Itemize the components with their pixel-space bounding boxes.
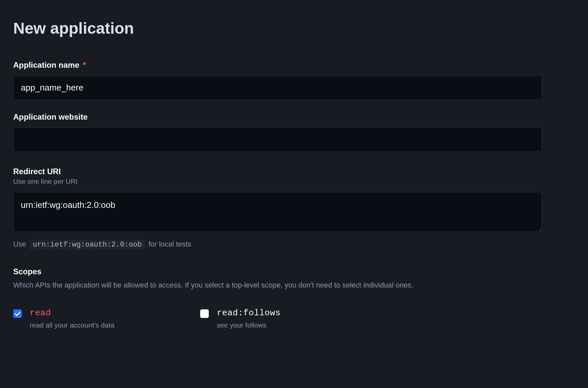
application-name-label-text: Application name <box>13 60 79 69</box>
scopes-grid: read read all your account's data read:f… <box>13 308 575 329</box>
application-name-input[interactable] <box>13 76 542 100</box>
redirect-uri-helper-suffix: for local tests <box>148 240 191 248</box>
application-name-group: Application name * <box>13 60 575 100</box>
scope-checkbox-read[interactable] <box>13 309 22 318</box>
redirect-uri-helper: Use urn:ietf:wg:oauth:2.0:oob for local … <box>13 240 575 250</box>
scopes-description: Which APIs the application will be allow… <box>13 281 575 290</box>
redirect-uri-label: Redirect URI <box>13 167 575 176</box>
scope-desc-read: read all your account's data <box>30 321 114 329</box>
scope-desc-read-follows: see your follows <box>217 321 280 329</box>
application-website-input[interactable] <box>13 128 542 152</box>
scope-name-read-follows: read:follows <box>217 308 280 318</box>
redirect-uri-helper-prefix: Use <box>13 240 26 248</box>
redirect-uri-input[interactable] <box>13 192 542 232</box>
redirect-uri-group: Redirect URI Use one line per URI Use ur… <box>13 167 575 250</box>
page-title: New application <box>13 19 575 37</box>
scope-checkbox-read-follows[interactable] <box>200 309 209 318</box>
scope-name-read: read <box>30 308 114 318</box>
scope-item-read: read read all your account's data <box>13 308 114 329</box>
redirect-uri-hint: Use one line per URI <box>13 177 575 185</box>
application-name-label: Application name * <box>13 60 575 70</box>
application-website-label: Application website <box>13 112 575 122</box>
redirect-uri-helper-code: urn:ietf:wg:oauth:2.0:oob <box>29 240 145 250</box>
scopes-heading: Scopes <box>13 267 575 276</box>
required-asterisk-icon: * <box>83 60 86 69</box>
application-website-group: Application website <box>13 112 575 152</box>
scope-item-read-follows: read:follows see your follows <box>200 308 280 329</box>
scopes-section: Scopes Which APIs the application will b… <box>13 267 575 329</box>
